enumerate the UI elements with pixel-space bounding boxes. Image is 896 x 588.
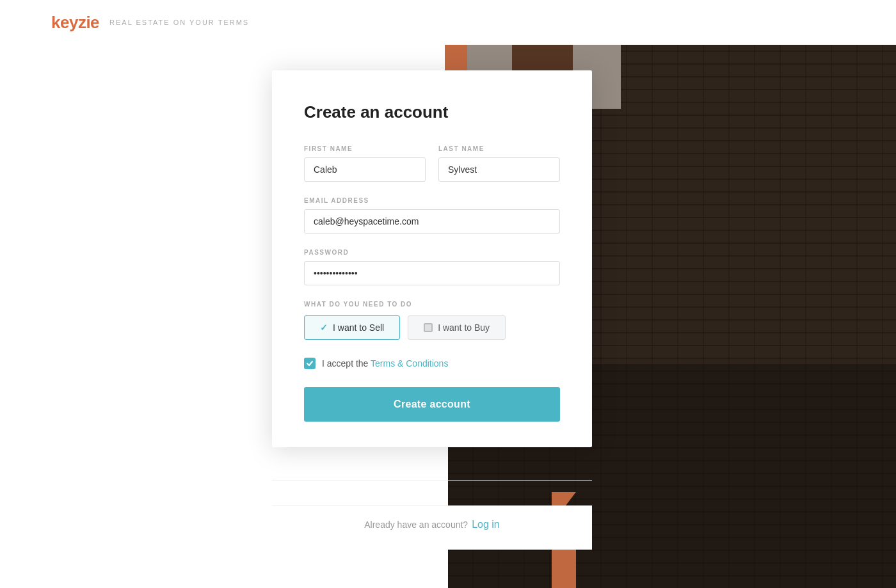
create-account-button[interactable]: Create account	[304, 387, 560, 422]
toggle-group: ✓ I want to Sell I want to Buy	[304, 315, 560, 340]
last-name-group: LAST NAME	[438, 145, 560, 182]
email-label: EMAIL ADDRESS	[304, 197, 560, 204]
card-title: Create an account	[304, 102, 560, 122]
name-row: FIRST NAME LAST NAME	[304, 145, 560, 182]
terms-label: I accept the Terms & Conditions	[322, 358, 448, 369]
buy-toggle[interactable]: I want to Buy	[408, 315, 506, 340]
card-divider	[272, 480, 592, 481]
header: keyzie REAL ESTATE ON YOUR TERMS	[0, 0, 896, 45]
login-link[interactable]: Log in	[472, 519, 500, 530]
email-input[interactable]	[304, 209, 560, 234]
terms-row: I accept the Terms & Conditions	[304, 358, 560, 369]
card-footer: Already have an account?Log in	[272, 505, 592, 550]
password-label: PASSWORD	[304, 249, 560, 256]
password-group: PASSWORD	[304, 249, 560, 285]
first-name-group: FIRST NAME	[304, 145, 426, 182]
intent-group: WHAT DO YOU NEED TO DO ✓ I want to Sell …	[304, 301, 560, 340]
buy-square-icon	[424, 323, 433, 332]
terms-prefix: I accept the	[322, 358, 371, 369]
sell-toggle[interactable]: ✓ I want to Sell	[304, 315, 400, 340]
already-account-text: Already have an account?	[364, 520, 468, 530]
first-name-input[interactable]	[304, 157, 426, 182]
logo-tagline: REAL ESTATE ON YOUR TERMS	[109, 19, 249, 26]
checkmark-icon	[306, 360, 314, 367]
terms-checkbox[interactable]	[304, 358, 316, 369]
last-name-input[interactable]	[438, 157, 560, 182]
first-name-label: FIRST NAME	[304, 145, 426, 152]
last-name-label: LAST NAME	[438, 145, 560, 152]
sell-label: I want to Sell	[333, 322, 384, 333]
terms-link[interactable]: Terms & Conditions	[371, 358, 448, 369]
registration-card: Create an account FIRST NAME LAST NAME E…	[272, 70, 592, 447]
sell-check-icon: ✓	[320, 322, 328, 333]
password-input[interactable]	[304, 261, 560, 285]
email-group: EMAIL ADDRESS	[304, 197, 560, 234]
buy-label: I want to Buy	[438, 322, 490, 333]
intent-label: WHAT DO YOU NEED TO DO	[304, 301, 560, 308]
logo: keyzie	[51, 13, 99, 33]
